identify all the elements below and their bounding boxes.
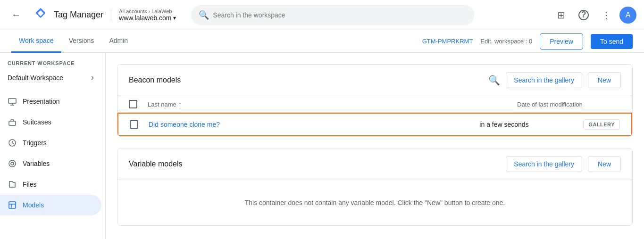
logo-area: Tag Manager <box>32 7 103 24</box>
variable-models-section: Variable models Search in the gallery Ne… <box>117 148 633 226</box>
sidebar-item-models[interactable]: Models <box>0 195 101 215</box>
more-icon: ⋮ <box>602 9 611 21</box>
help-icon: ? <box>578 10 589 20</box>
row-checkbox-col <box>130 120 149 129</box>
avatar[interactable]: A <box>619 7 636 24</box>
more-options-button[interactable]: ⋮ <box>597 6 616 25</box>
beacon-section-title: Beacon models <box>129 76 488 84</box>
row-gallery-badge: GALLERY <box>583 119 620 130</box>
edit-workspace-count: Edit. workspace : 0 <box>480 38 532 45</box>
sidebar-item-label: Presentation <box>23 98 60 105</box>
table-row: Did someone clone me? in a few seconds G… <box>117 113 632 136</box>
main-layout: CURRENT WORKSPACE Default Workspace › Pr… <box>0 53 644 239</box>
beacon-table-header: Last name ↑ Date of last modification <box>117 96 632 113</box>
svg-point-7 <box>9 160 16 167</box>
workspace-name: Default Workspace <box>8 74 63 82</box>
beacon-models-section: Beacon models 🔍 Search in the gallery Ne… <box>117 64 633 137</box>
nav-right: GTM-PMPRKRMT Edit. workspace : 0 Preview… <box>422 33 633 49</box>
row-checkbox[interactable] <box>130 120 138 129</box>
chevron-right-icon: › <box>91 73 94 82</box>
variable-new-button[interactable]: New <box>588 156 621 172</box>
row-name-link[interactable]: Did someone clone me? <box>149 121 479 128</box>
sidebar-divider <box>0 87 105 91</box>
variable-section-actions: Search in the gallery New <box>506 156 621 172</box>
app-name: Tag Manager <box>54 10 103 20</box>
svg-rect-9 <box>9 202 16 208</box>
sidebar-item-suitcases[interactable]: Suitcases <box>0 112 101 132</box>
variables-icon <box>8 159 17 168</box>
content-area: Beacon models 🔍 Search in the gallery Ne… <box>106 53 644 239</box>
back-icon: ← <box>11 9 21 20</box>
sidebar-item-variables[interactable]: Variables <box>0 153 101 174</box>
beacon-section-header: Beacon models 🔍 Search in the gallery Ne… <box>117 65 632 96</box>
files-icon <box>8 180 17 189</box>
tab-workspace[interactable]: Work space <box>11 30 61 53</box>
workspace-selector[interactable]: Default Workspace › <box>0 68 101 87</box>
sidebar: CURRENT WORKSPACE Default Workspace › Pr… <box>0 53 106 239</box>
sidebar-item-label: Suitcases <box>23 118 51 126</box>
logo-icon <box>32 7 49 24</box>
header-actions: ⊞ ? ⋮ A <box>552 6 636 25</box>
preview-button[interactable]: Preview <box>540 33 583 49</box>
top-header: ← Tag Manager All accounts › LalaWeb www… <box>0 0 644 30</box>
tab-admin[interactable]: Admin <box>101 30 135 53</box>
col-date-header: Date of last modification <box>517 101 621 108</box>
beacon-section-actions: 🔍 Search in the gallery New <box>488 72 621 88</box>
svg-rect-5 <box>9 121 16 125</box>
models-icon <box>8 200 17 210</box>
empty-state-message: This container does not contain any vari… <box>245 199 505 206</box>
sidebar-item-presentation[interactable]: Presentation <box>0 91 101 112</box>
header-checkbox-col <box>129 100 148 108</box>
suitcases-icon <box>8 117 17 127</box>
help-button[interactable]: ? <box>574 6 593 25</box>
account-breadcrumb: All accounts › LalaWeb <box>119 8 176 14</box>
back-button[interactable]: ← <box>8 7 25 24</box>
sidebar-item-label: Triggers <box>23 139 47 147</box>
dropdown-icon: ▾ <box>173 15 176 21</box>
sidebar-item-label: Variables <box>23 160 50 167</box>
grid-view-button[interactable]: ⊞ <box>552 6 570 25</box>
current-workspace-label: CURRENT WORKSPACE <box>0 57 105 68</box>
col-name-header[interactable]: Last name ↑ <box>148 100 517 108</box>
domain-name: www.lalaweb.com ▾ <box>119 14 176 22</box>
sort-arrow-icon: ↑ <box>178 100 182 108</box>
gtm-id: GTM-PMPRKRMT <box>422 38 473 45</box>
sidebar-item-triggers[interactable]: Triggers <box>0 132 101 153</box>
svg-point-8 <box>11 162 14 165</box>
tab-versions[interactable]: Versions <box>61 30 102 53</box>
send-button[interactable]: To send <box>591 34 633 49</box>
nav-tabs: Work space Versions Admin GTM-PMPRKRMT E… <box>0 30 644 53</box>
select-all-checkbox[interactable] <box>129 100 137 108</box>
account-selector[interactable]: All accounts › LalaWeb www.lalaweb.com ▾ <box>111 8 184 22</box>
variable-empty-state: This container does not contain any vari… <box>117 180 632 225</box>
workspace-search[interactable]: 🔍 <box>191 5 474 25</box>
variable-section-title: Variable models <box>129 160 506 168</box>
sidebar-item-label: Models <box>23 201 44 209</box>
beacon-search-gallery-button[interactable]: Search in the gallery <box>506 72 582 88</box>
sidebar-item-files[interactable]: Files <box>0 174 101 195</box>
presentation-icon <box>8 97 17 106</box>
beacon-search-icon[interactable]: 🔍 <box>488 74 500 86</box>
search-icon: 🔍 <box>199 10 209 20</box>
beacon-new-button[interactable]: New <box>588 72 621 88</box>
variable-search-gallery-button[interactable]: Search in the gallery <box>506 156 582 172</box>
svg-rect-2 <box>8 99 16 103</box>
variable-section-header: Variable models Search in the gallery Ne… <box>117 148 632 180</box>
triggers-icon <box>8 138 17 148</box>
workspace-search-input[interactable] <box>213 11 467 19</box>
grid-icon: ⊞ <box>557 9 565 21</box>
row-date: in a few seconds <box>479 121 583 128</box>
sidebar-item-label: Files <box>23 181 37 188</box>
